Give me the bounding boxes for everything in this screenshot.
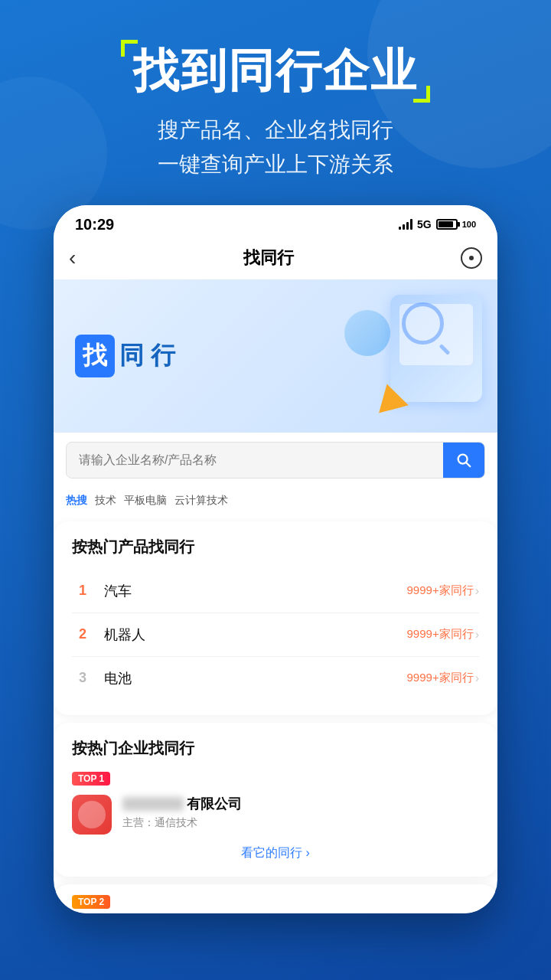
search-box [66,433,485,488]
hero-title: 找到同行企业 [133,46,418,96]
rank-3: 3 [72,670,93,686]
product-count-1: 9999+家同行 [407,583,474,598]
battery-fill [439,221,454,227]
enterprise-name-suffix: 有限公司 [187,795,242,813]
product-section-title: 按热门产品找同行 [72,537,479,557]
battery-label: 100 [462,220,476,229]
page-title: 找同行 [243,247,294,270]
signal-bars [399,219,412,230]
svg-line-1 [466,462,470,466]
enterprise-biz: 主营：通信技术 [122,816,479,830]
chevron-right-icon-2: › [475,628,479,642]
product-row[interactable]: 2 机器人 9999+家同行 › [72,613,479,657]
enterprise-info: 有限公司 主营：通信技术 [122,795,479,830]
enterprise-section-title: 按热门企业找同行 [72,738,479,759]
deco-arrow [372,380,408,413]
product-row[interactable]: 1 汽车 9999+家同行 › [72,570,479,613]
rank-1: 1 [72,583,93,599]
hot-tag-3[interactable]: 云计算技术 [174,494,228,508]
product-name-1: 汽车 [104,582,407,600]
status-icons: 5G 100 [399,218,476,230]
top2-peek: TOP 2 [54,884,497,913]
more-dot [469,256,474,260]
product-name-2: 机器人 [104,626,407,644]
phone-mockup: 10:29 5G 100 ‹ 找同行 找 同 行 [54,205,497,913]
top1-badge: TOP 1 [72,772,110,786]
deco-circle [344,310,390,356]
search-inner [66,442,485,479]
banner: 找 同 行 [54,279,497,433]
nav-bar: ‹ 找同行 [54,240,497,279]
status-time: 10:29 [75,216,114,234]
hot-tag-2[interactable]: 平板电脑 [124,494,167,508]
product-section: 按热门产品找同行 1 汽车 9999+家同行 › 2 机器人 9999+家同行 … [54,521,497,715]
chevron-right-icon-3: › [475,671,479,685]
rank-2: 2 [72,626,93,642]
view-peer-button[interactable]: 看它的同行 › [72,845,479,861]
hero-subtitle: 搜产品名、企业名找同行 一键查询产业上下游关系 [0,113,551,182]
battery-box [436,219,458,230]
status-bar: 10:29 5G 100 [54,205,497,240]
banner-decoration [329,279,497,433]
product-row[interactable]: 3 电池 9999+家同行 › [72,657,479,700]
search-button[interactable] [443,443,484,478]
product-name-3: 电池 [104,669,407,688]
search-icon [455,452,472,469]
back-button[interactable]: ‹ [69,246,76,270]
enterprise-name: 有限公司 [122,795,479,813]
product-count-3: 9999+家同行 [407,671,474,685]
banner-logo-text: 同 行 [119,339,175,373]
search-input[interactable] [67,444,443,476]
enterprise-row: 有限公司 主营：通信技术 [72,795,479,835]
enterprise-name-blur [122,797,184,811]
hot-label: 热搜 [66,494,87,508]
bracket-bottom-right [413,86,430,103]
top2-badge: TOP 2 [72,895,110,909]
banner-logo-zh: 找 [75,335,115,377]
more-button[interactable] [461,247,482,269]
hot-tag-1[interactable]: 技术 [95,494,116,508]
enterprise-section: 按热门企业找同行 TOP 1 有限公司 主营：通信技术 看它的同行 › [54,723,497,877]
network-type: 5G [417,218,432,230]
hero-section: 找到同行企业 搜产品名、企业名找同行 一键查询产业上下游关系 [0,0,551,182]
hot-tags: 热搜 技术 平板电脑 云计算技术 [54,488,497,514]
banner-logo: 找 同 行 [75,335,175,377]
enterprise-logo-inner [78,801,106,828]
deco-magnifier [402,302,444,345]
bracket-top-left [121,40,138,57]
enterprise-logo [72,795,112,835]
chevron-right-icon-1: › [475,584,479,598]
product-count-2: 9999+家同行 [407,627,474,642]
